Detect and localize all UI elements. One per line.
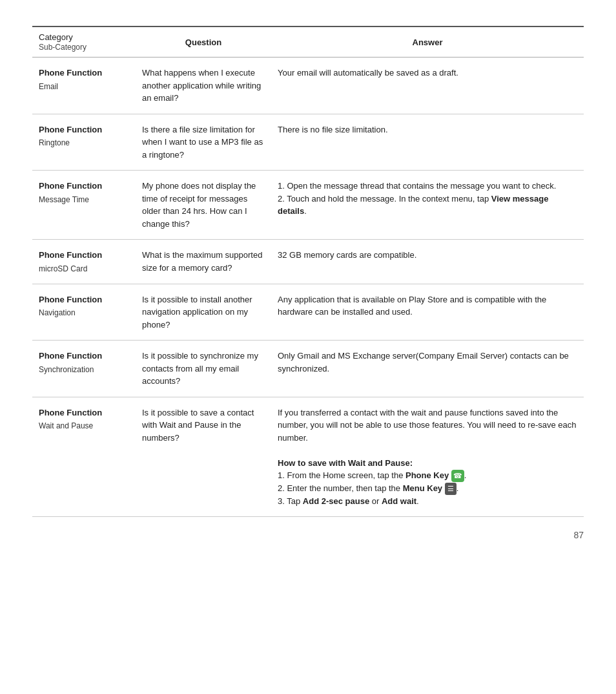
page-number: 87 <box>32 530 584 540</box>
table-row: Phone Function Synchronization Is it pos… <box>32 341 584 397</box>
main-table: Category Sub-Category Question Answer Ph… <box>32 27 584 517</box>
cat-sub-email: Email <box>39 81 129 92</box>
table-row: Phone Function Wait and Pause Is it poss… <box>32 397 584 517</box>
category-cell: Phone Function Synchronization <box>32 341 136 397</box>
cat-main-email: Phone Function <box>39 67 129 79</box>
sub-category-label: Sub-Category <box>39 43 87 52</box>
bold-add-wait: Add wait <box>382 496 416 506</box>
cat-sub-ringtone: Ringtone <box>39 137 129 149</box>
category-cell: Phone Function Navigation <box>32 284 136 341</box>
table-row: Phone Function Email What happens when I… <box>32 58 584 114</box>
question-cell-sd: What is the maximum supported size for a… <box>136 240 271 284</box>
answer-cell-wait: If you transferred a contact with the wa… <box>271 397 584 517</box>
answer-cell-msg: 1. Open the message thread that contains… <box>271 171 584 240</box>
header-answer: Answer <box>271 27 584 58</box>
cat-sub-wait: Wait and Pause <box>39 420 129 432</box>
header-question: Question <box>136 27 271 58</box>
question-cell-sync: Is it possible to synchronize my contact… <box>136 341 271 397</box>
cat-main-sd: Phone Function <box>39 249 129 262</box>
bold-add-pause: Add 2-sec pause <box>303 496 369 506</box>
question-cell-ringtone: Is there a file size limitation for when… <box>136 114 271 171</box>
table-row: Phone Function Ringtone Is there a file … <box>32 114 584 171</box>
answer-cell-ringtone: There is no file size limitation. <box>271 114 584 171</box>
bold-menu-key: Menu Key <box>403 483 442 493</box>
question-cell-nav: Is it possible to install another naviga… <box>136 284 271 341</box>
table-row: Phone Function microSD Card What is the … <box>32 240 584 284</box>
answer-cell-nav: Any application that is available on Pla… <box>271 284 584 341</box>
cat-main-msg: Phone Function <box>39 180 129 193</box>
cat-main-ringtone: Phone Function <box>39 123 129 136</box>
table-header-row: Category Sub-Category Question Answer <box>32 27 584 58</box>
page-container: Category Sub-Category Question Answer Ph… <box>32 26 584 540</box>
table-row: Phone Function Message Time My phone doe… <box>32 171 584 240</box>
answer-cell-email: Your email will automatically be saved a… <box>271 58 584 114</box>
phone-icon: ☎ <box>451 470 464 482</box>
category-cell: Phone Function Email <box>32 58 136 114</box>
table-row: Phone Function Navigation Is it possible… <box>32 284 584 341</box>
header-category: Category Sub-Category <box>32 27 136 58</box>
category-cell: Phone Function Message Time <box>32 171 136 240</box>
answer-cell-sync: Only Gmail and MS Exchange server(Compan… <box>271 341 584 397</box>
cat-sub-nav: Navigation <box>39 307 129 319</box>
cat-main-nav: Phone Function <box>39 293 129 306</box>
cat-main-sync: Phone Function <box>39 350 129 363</box>
category-cell: Phone Function Wait and Pause <box>32 397 136 517</box>
question-cell-email: What happens when I execute another appl… <box>136 58 271 114</box>
cat-sub-sd: microSD Card <box>39 263 129 275</box>
cat-main-wait: Phone Function <box>39 406 129 419</box>
cat-sub-msg: Message Time <box>39 194 129 205</box>
page-number-value: 87 <box>573 530 584 540</box>
cat-sub-sync: Synchronization <box>39 364 129 375</box>
table-body: Phone Function Email What happens when I… <box>32 58 584 517</box>
bold-how-to: How to save with Wait and Pause: <box>278 458 413 468</box>
bold-phone-key: Phone Key <box>406 470 449 480</box>
bold-view-message: View message details <box>278 194 548 216</box>
question-cell-wait: Is it possible to save a contact with Wa… <box>136 397 271 517</box>
category-cell: Phone Function Ringtone <box>32 114 136 171</box>
category-label: Category <box>39 32 73 42</box>
category-cell: Phone Function microSD Card <box>32 240 136 284</box>
answer-cell-sd: 32 GB memory cards are compatible. <box>271 240 584 284</box>
menu-icon: ☰ <box>445 483 457 495</box>
question-cell-msg: My phone does not display the time of re… <box>136 171 271 240</box>
